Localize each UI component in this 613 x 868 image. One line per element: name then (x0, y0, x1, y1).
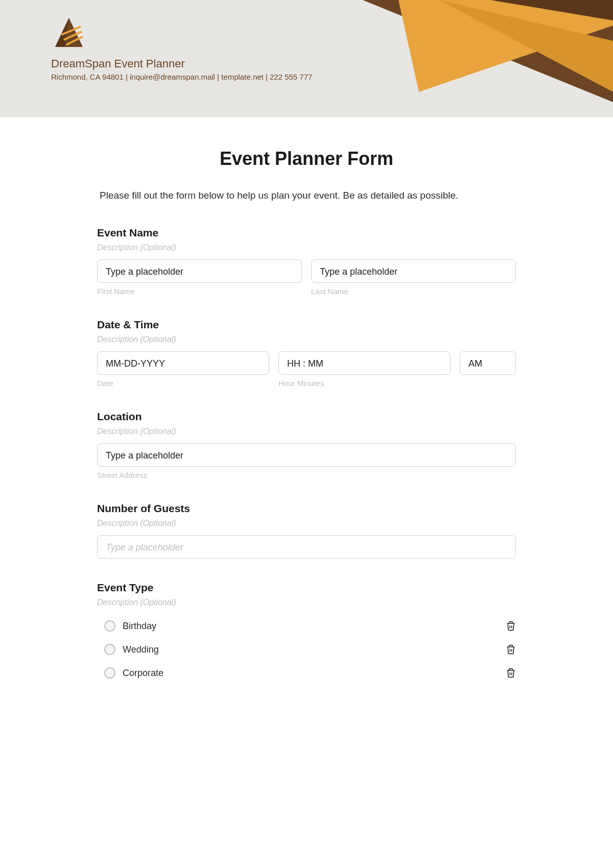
radio-icon (104, 644, 115, 655)
form-title: Event Planner Form (97, 148, 516, 170)
header-banner: DreamSpan Event Planner Richmond, CA 948… (0, 0, 613, 117)
form-content: Event Planner Form Please fill out the f… (77, 117, 536, 738)
radio-label: Corporate (123, 668, 163, 679)
section-guests: Number of Guests Description (Optional) … (97, 502, 516, 559)
street-sublabel: Street Address (97, 471, 516, 479)
radio-icon (104, 667, 115, 679)
radio-option-wedding[interactable]: Wedding (104, 638, 516, 661)
company-contact: Richmond, CA 94801 | inquire@dreamspan.m… (51, 73, 613, 81)
section-desc: Description (Optional) (97, 519, 516, 528)
street-address-input[interactable]: Type a placeholder (97, 443, 516, 467)
time-sublabel: Hour Minutes (278, 379, 451, 388)
section-label: Location (97, 411, 516, 423)
section-desc: Description (Optional) (97, 335, 516, 344)
first-name-sublabel: First Name (97, 287, 302, 296)
section-label: Event Name (97, 227, 516, 239)
radio-option-birthday[interactable]: Birthday (104, 614, 516, 638)
trash-icon[interactable] (506, 620, 516, 632)
radio-label: Wedding (123, 644, 159, 655)
section-event-type: Event Type Description (Optional) Birthd… (97, 582, 516, 685)
section-label: Number of Guests (97, 502, 516, 515)
guests-input[interactable]: Type a placeholder (97, 535, 516, 559)
last-name-input[interactable]: Type a placeholder (311, 259, 516, 283)
section-label: Date & Time (97, 319, 516, 331)
ampm-select[interactable]: AM (460, 351, 516, 375)
section-event-name: Event Name Description (Optional) Type a… (97, 227, 516, 296)
section-date-time: Date & Time Description (Optional) MM-DD… (97, 319, 516, 388)
trash-icon[interactable] (506, 667, 516, 679)
trash-icon[interactable] (506, 644, 516, 655)
time-input[interactable]: HH : MM (278, 351, 451, 375)
section-desc: Description (Optional) (97, 427, 516, 436)
radio-option-corporate[interactable]: Corporate (104, 661, 516, 685)
radio-icon (104, 620, 115, 632)
section-desc: Description (Optional) (97, 243, 516, 252)
first-name-input[interactable]: Type a placeholder (97, 259, 302, 283)
last-name-sublabel: Last Name (311, 287, 516, 296)
company-logo (51, 15, 87, 53)
radio-label: Birthday (123, 621, 156, 632)
date-input[interactable]: MM-DD-YYYY (97, 351, 269, 375)
section-label: Event Type (97, 582, 516, 594)
section-location: Location Description (Optional) Type a p… (97, 411, 516, 479)
date-sublabel: Date (97, 379, 269, 388)
company-name: DreamSpan Event Planner (51, 57, 613, 70)
section-desc: Description (Optional) (97, 598, 516, 607)
form-intro: Please fill out the form below to help u… (97, 190, 516, 201)
